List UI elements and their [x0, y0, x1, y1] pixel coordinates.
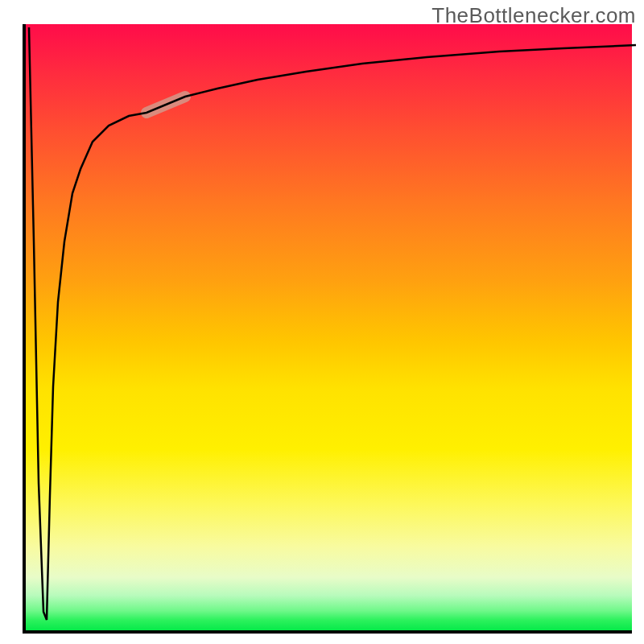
chart-svg	[0, 0, 644, 644]
chart-container: TheBottlenecker.com	[0, 0, 644, 644]
bottleneck-curve	[29, 27, 636, 620]
axes	[24, 24, 632, 632]
watermark-text: TheBottlenecker.com	[431, 3, 636, 28]
